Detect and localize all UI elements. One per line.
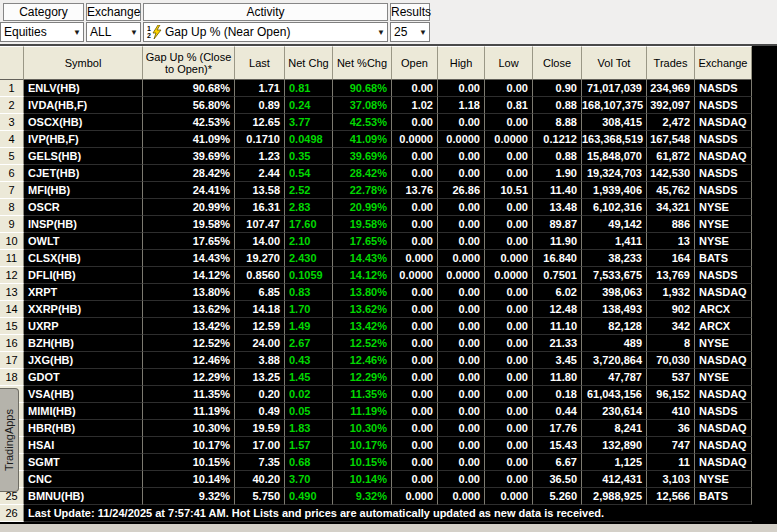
cell-symbol[interactable]: HBR(HB) [24,420,143,437]
cell-vol-tot[interactable]: 8,241 [582,420,647,437]
table-row[interactable]: 3OSCX(HB)42.53%12.653.7742.53%0.000.000.… [0,114,777,131]
cell-low[interactable]: 10.51 [485,182,533,199]
cell-symbol[interactable]: BMNU(HB) [24,488,143,505]
cell-net-pct-chg[interactable]: 13.42% [333,318,392,335]
cell-vol-tot[interactable]: 6,102,316 [582,199,647,216]
cell-high[interactable]: 0.000 [438,250,485,267]
cell-open[interactable]: 0.00 [392,335,438,352]
cell-symbol[interactable]: SGMT [24,454,143,471]
cell-net-pct-chg[interactable]: 11.35% [333,386,392,403]
cell-open[interactable]: 0.00 [392,114,438,131]
cell-net-chg[interactable]: 17.60 [285,216,333,233]
cell-close[interactable]: 12.48 [533,301,582,318]
cell-net-chg[interactable]: 0.54 [285,165,333,182]
cell-symbol[interactable]: INSP(HB) [24,216,143,233]
cell-close[interactable]: 0.88 [533,148,582,165]
cell-open[interactable]: 0.0000 [392,267,438,284]
cell-net-pct-chg[interactable]: 10.14% [333,471,392,488]
cell-symbol[interactable]: CNC [24,471,143,488]
cell-last[interactable]: 107.47 [235,216,285,233]
cell-trades[interactable]: 142,530 [647,165,695,182]
cell-low[interactable]: 0.00 [485,114,533,131]
cell-low[interactable]: 0.00 [485,301,533,318]
cell-exchange[interactable]: ARCX [695,318,752,335]
cell-net-pct-chg[interactable]: 9.32% [333,488,392,505]
cell-last[interactable]: 1.71 [235,80,285,97]
cell-low[interactable]: 0.00 [485,403,533,420]
cell-gap-up-pct[interactable]: 10.17% [143,437,235,454]
cell-last[interactable]: 13.58 [235,182,285,199]
cell-low[interactable]: 0.00 [485,369,533,386]
cell-last[interactable]: 0.49 [235,403,285,420]
cell-high[interactable]: 0.00 [438,233,485,250]
cell-net-pct-chg[interactable]: 90.68% [333,80,392,97]
cell-trades[interactable]: 13 [647,233,695,250]
cell-gap-up-pct[interactable]: 24.41% [143,182,235,199]
cell-net-pct-chg[interactable]: 14.43% [333,250,392,267]
cell-net-chg[interactable]: 0.490 [285,488,333,505]
cell-open[interactable]: 0.00 [392,80,438,97]
cell-open[interactable]: 0.00 [392,420,438,437]
cell-last[interactable]: 3.88 [235,352,285,369]
cell-trades[interactable]: 1,932 [647,284,695,301]
cell-exchange[interactable]: BATS [695,488,752,505]
cell-net-pct-chg[interactable]: 10.30% [333,420,392,437]
cell-net-chg[interactable]: 0.81 [285,80,333,97]
cell-high[interactable]: 0.00 [438,437,485,454]
cell-trades[interactable]: 537 [647,369,695,386]
cell-close[interactable]: 0.1212 [533,131,582,148]
cell-high[interactable]: 0.00 [438,80,485,97]
cell-close[interactable]: 0.18 [533,386,582,403]
cell-last[interactable]: 14.18 [235,301,285,318]
cell-gap-up-pct[interactable]: 13.62% [143,301,235,318]
cell-high[interactable]: 0.000 [438,488,485,505]
cell-last[interactable]: 0.20 [235,386,285,403]
cell-low[interactable]: 0.0000 [485,131,533,148]
cell-symbol[interactable]: MFI(HB) [24,182,143,199]
cell-symbol[interactable]: HSAI [24,437,143,454]
cell-last[interactable]: 19.59 [235,420,285,437]
cell-vol-tot[interactable]: 489 [582,335,647,352]
cell-low[interactable]: 0.00 [485,318,533,335]
cell-last[interactable]: 19.270 [235,250,285,267]
cell-high[interactable]: 0.00 [438,352,485,369]
cell-net-chg[interactable]: 2.52 [285,182,333,199]
cell-net-chg[interactable]: 1.49 [285,318,333,335]
cell-open[interactable]: 0.00 [392,318,438,335]
column-header-net-chg[interactable]: Net Chg [285,46,333,80]
cell-high[interactable]: 0.0000 [438,267,485,284]
cell-exchange[interactable]: NASDS [695,131,752,148]
table-row[interactable]: 16BZH(HB)12.52%24.002.6712.52%0.000.000.… [0,335,777,352]
cell-open[interactable]: 0.00 [392,471,438,488]
cell-close[interactable]: 36.50 [533,471,582,488]
cell-gap-up-pct[interactable]: 12.29% [143,369,235,386]
cell-open[interactable]: 0.00 [392,284,438,301]
cell-exchange[interactable]: NASDS [695,267,752,284]
cell-gap-up-pct[interactable]: 39.69% [143,148,235,165]
cell-exchange[interactable]: NYSE [695,369,752,386]
table-row[interactable]: 14XXRP(HB)13.62%14.181.7013.62%0.000.000… [0,301,777,318]
column-header-symbol[interactable]: Symbol [24,46,143,80]
cell-trades[interactable]: 886 [647,216,695,233]
table-row[interactable]: 12DFLI(HB)14.12%0.85600.105914.12%0.0000… [0,267,777,284]
cell-low[interactable]: 0.000 [485,250,533,267]
cell-net-pct-chg[interactable]: 17.65% [333,233,392,250]
cell-high[interactable]: 26.86 [438,182,485,199]
cell-high[interactable]: 0.00 [438,199,485,216]
cell-net-chg[interactable]: 0.02 [285,386,333,403]
cell-net-pct-chg[interactable]: 37.08% [333,97,392,114]
cell-trades[interactable]: 13,769 [647,267,695,284]
cell-close[interactable]: 6.67 [533,454,582,471]
cell-net-pct-chg[interactable]: 20.99% [333,199,392,216]
cell-vol-tot[interactable]: 47,787 [582,369,647,386]
cell-vol-tot[interactable]: 412,431 [582,471,647,488]
cell-last[interactable]: 13.25 [235,369,285,386]
cell-high[interactable]: 0.00 [438,148,485,165]
cell-open[interactable]: 0.00 [392,199,438,216]
cell-vol-tot[interactable]: 7,533,675 [582,267,647,284]
activity-select[interactable]: 12 Gap Up % (Near Open) ▼ [143,22,388,42]
cell-gap-up-pct[interactable]: 10.30% [143,420,235,437]
cell-low[interactable]: 0.00 [485,284,533,301]
table-row[interactable]: 6CJET(HB)28.42%2.440.5428.42%0.000.000.0… [0,165,777,182]
cell-trades[interactable]: 45,762 [647,182,695,199]
